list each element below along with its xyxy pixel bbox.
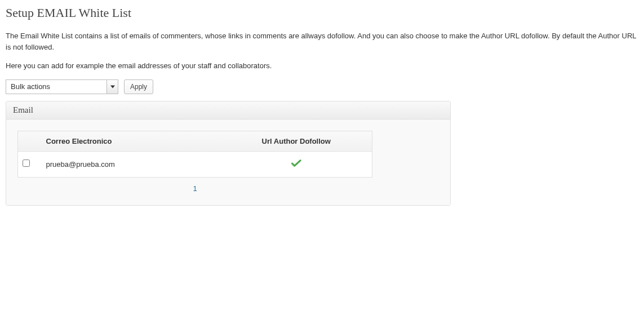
table-header-email: Correo Electronico (35, 131, 221, 151)
cell-checkbox (18, 151, 35, 177)
pagination-page-1[interactable]: 1 (193, 184, 197, 193)
row-checkbox[interactable] (23, 160, 30, 167)
table-header-dofollow: Url Author Dofollow (221, 131, 372, 151)
cell-dofollow (221, 151, 372, 177)
check-icon (291, 161, 301, 169)
email-panel: Email Correo Electronico Url Author Dofo… (6, 101, 451, 206)
description-text-1: The Email White List contains a list of … (6, 30, 638, 52)
bulk-actions-label: Bulk actions (6, 82, 106, 91)
bulk-actions-select[interactable]: Bulk actions (6, 79, 118, 94)
pagination: 1 (17, 178, 372, 194)
email-table: Correo Electronico Url Author Dofollow p… (17, 131, 372, 178)
panel-body: Correo Electronico Url Author Dofollow p… (6, 119, 450, 205)
description-text-2: Here you can add for example the email a… (6, 60, 638, 72)
actions-bar: Bulk actions Apply (6, 79, 638, 94)
table-header-checkbox (18, 131, 35, 151)
panel-title: Email (6, 101, 450, 119)
dropdown-arrow-icon[interactable] (106, 80, 118, 94)
page-title: Setup EMAIL White List (6, 6, 638, 20)
table-row: prueba@prueba.com (18, 151, 372, 177)
apply-button[interactable]: Apply (124, 79, 153, 94)
cell-email: prueba@prueba.com (35, 151, 221, 177)
svg-marker-0 (110, 85, 115, 88)
